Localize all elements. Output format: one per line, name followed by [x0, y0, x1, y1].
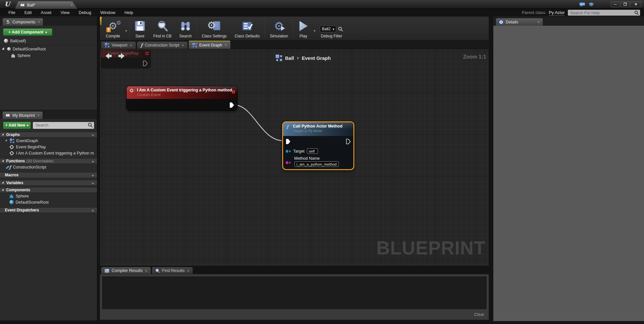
nav-back-icon[interactable] — [104, 51, 113, 61]
expand-arrow-icon[interactable] — [2, 47, 5, 51]
section-graphs[interactable]: Graphs — [0, 132, 97, 138]
viewport-icon — [105, 43, 109, 47]
menu-help[interactable]: Help — [120, 10, 138, 15]
my-blueprint-search-input[interactable] — [33, 122, 94, 129]
tutorial-cap-icon[interactable] — [588, 2, 595, 7]
tab-close-icon[interactable] — [224, 43, 227, 47]
add-macro-icon[interactable] — [91, 173, 94, 178]
menu-edit[interactable]: Edit — [20, 10, 36, 15]
event-graph-canvas[interactable]: Ball › Event Graph Zoom 1:1 BLUEPRINT Ev… — [100, 49, 489, 266]
my-blueprint-panel: My Blueprint + Add New Graphs — [0, 110, 97, 320]
tree-row-ball-self[interactable]: Ball(self) — [0, 38, 97, 44]
node-title: I Am A Custom Event triggering a Python … — [137, 88, 234, 92]
method-name-string-pin[interactable] — [286, 161, 288, 164]
clear-button[interactable]: Clear — [474, 312, 484, 317]
add-variable-icon[interactable] — [91, 181, 94, 186]
delegate-pin-icon[interactable] — [145, 52, 149, 55]
simulation-button[interactable]: Simulation — [266, 17, 292, 40]
add-event-dispatcher-icon[interactable] — [91, 208, 94, 213]
functions-overridable-note: (20 Overridable) — [26, 159, 53, 163]
tab-compiler-results[interactable]: Compiler Results — [101, 267, 151, 274]
class-defaults-button[interactable]: Class Defaults — [231, 17, 264, 40]
menu-view[interactable]: View — [56, 10, 74, 15]
list-item-event-beginplay[interactable]: Event BeginPlay — [0, 144, 97, 150]
list-item-sphere-variable[interactable]: Sphere — [0, 193, 97, 199]
list-item-defaultsceneroot-variable[interactable]: DefaultSceneRoot — [0, 199, 97, 205]
list-item-custom-event[interactable]: I Am A Custom Event triggering a Python … — [0, 150, 97, 156]
breadcrumb-separator: › — [297, 55, 299, 61]
section-functions[interactable]: Functions (20 Overridable) — [0, 158, 97, 164]
tree-row-sphere[interactable]: Sphere — [0, 52, 97, 59]
my-blueprint-tab-label: My Blueprint — [12, 113, 35, 118]
exec-in-pin[interactable] — [286, 139, 291, 144]
save-button[interactable]: Save — [130, 17, 149, 40]
section-event-dispatchers[interactable]: Event Dispatchers — [0, 207, 97, 213]
menu-asset[interactable]: Asset — [36, 10, 56, 15]
node-subtitle: Target is Py Actor — [293, 129, 351, 133]
exec-out-pin[interactable] — [229, 102, 234, 108]
tab-close-icon[interactable] — [187, 269, 189, 273]
tab-find-results[interactable]: Find Results — [152, 267, 193, 274]
window-close-button[interactable] — [630, 1, 641, 7]
class-settings-button[interactable]: Class Settings — [198, 17, 231, 40]
asset-tab-ball[interactable]: Ball* — [15, 1, 77, 9]
breadcrumb-root[interactable]: Ball — [285, 55, 294, 61]
target-object-pin[interactable] — [286, 150, 288, 153]
section-components[interactable]: Components — [0, 187, 97, 193]
menu-debug[interactable]: Debug — [74, 10, 96, 15]
nav-forward-icon[interactable] — [117, 51, 126, 61]
exec-out-pin[interactable] — [346, 139, 351, 144]
details-panel-tab[interactable]: Details — [496, 18, 543, 26]
method-name-value-field[interactable] — [295, 161, 339, 167]
section-macros[interactable]: Macros — [0, 172, 97, 178]
tab-viewport[interactable]: Viewport — [101, 41, 136, 49]
list-item-eventgraph[interactable]: EventGraph — [0, 138, 97, 144]
breadcrumb-current[interactable]: Event Graph — [302, 55, 331, 61]
compile-button[interactable]: ? Compile — [102, 17, 124, 40]
add-new-button[interactable]: + Add New — [3, 122, 31, 129]
feedback-bubble-icon[interactable] — [580, 2, 585, 7]
add-function-icon[interactable] — [91, 159, 94, 164]
play-icon — [298, 20, 308, 32]
add-graph-icon[interactable] — [91, 133, 94, 138]
compile-options-caret-icon[interactable] — [124, 29, 128, 33]
tab-event-graph[interactable]: Event Graph — [188, 41, 231, 49]
menu-file[interactable]: File — [4, 10, 20, 15]
chevron-down-icon — [333, 27, 334, 31]
components-panel-close-icon[interactable] — [38, 20, 40, 24]
section-variables[interactable]: Variables — [0, 180, 97, 186]
target-value-field[interactable] — [307, 148, 318, 154]
asset-tab-close-icon[interactable] — [70, 3, 73, 7]
delegate-pin-icon[interactable] — [232, 90, 235, 93]
node-custom-event[interactable]: I Am A Custom Event triggering a Python … — [127, 86, 237, 110]
debug-search-icon[interactable] — [338, 27, 343, 32]
tab-close-icon[interactable] — [145, 269, 147, 273]
play-options-caret-icon[interactable] — [312, 29, 317, 33]
play-overlay-icon — [280, 25, 285, 31]
window-maximize-button[interactable] — [621, 1, 630, 7]
window-minimize-button[interactable] — [611, 1, 620, 7]
debug-object-select[interactable]: Ball2 — [320, 26, 336, 32]
my-blueprint-close-icon[interactable] — [37, 113, 40, 117]
function-icon: ƒ — [286, 124, 288, 129]
find-in-cb-button[interactable]: Find in CB — [149, 17, 175, 40]
node-call-python-actor-method[interactable]: ƒ Call Python Actor Method Target is Py … — [282, 121, 354, 170]
parent-class-link[interactable]: Py Actor — [549, 10, 565, 16]
list-item-constructionscript[interactable]: ⇗ƒ ConstructionScript — [0, 164, 97, 170]
tab-close-icon[interactable] — [130, 43, 132, 47]
event-icon — [9, 144, 14, 149]
search-icon — [634, 10, 639, 15]
my-blueprint-panel-tab[interactable]: My Blueprint — [2, 111, 43, 119]
help-search-input[interactable] — [568, 10, 640, 16]
tab-close-icon[interactable] — [182, 43, 184, 47]
details-close-icon[interactable] — [537, 20, 540, 24]
add-component-button[interactable]: + Add Component — [3, 28, 52, 36]
search-button[interactable]: Search — [175, 17, 196, 40]
tree-row-defaultsceneroot[interactable]: DefaultSceneRoot — [0, 46, 97, 52]
components-panel-tab[interactable]: Components — [2, 18, 43, 26]
menu-window[interactable]: Window — [96, 10, 120, 15]
exec-out-pin[interactable] — [143, 61, 148, 66]
tab-construction-script[interactable]: ƒ Construction Script — [137, 41, 188, 49]
play-button[interactable]: Play — [294, 17, 312, 40]
compile-dirty-badge-icon: ? — [106, 27, 111, 33]
